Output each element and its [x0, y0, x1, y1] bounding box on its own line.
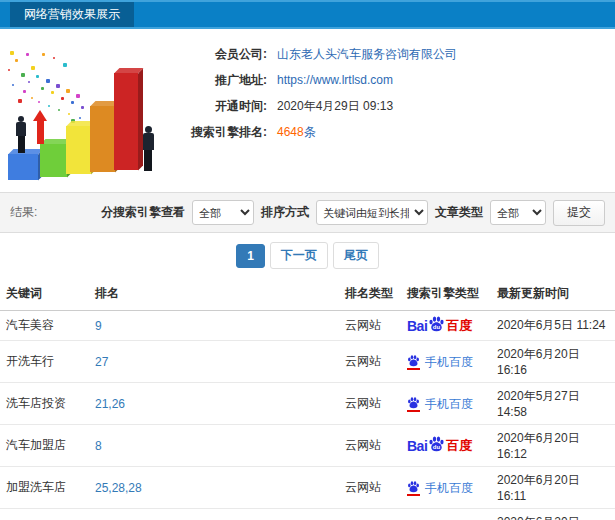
- engine-type-cell: 手机百度: [403, 341, 493, 383]
- page-button-1[interactable]: 1: [236, 244, 265, 268]
- table-row: 开洗车行27云网站手机百度2020年6月20日 16:16: [0, 341, 615, 383]
- updated-time-cell: 2020年6月20日 16:12: [493, 425, 615, 467]
- illustration-bar-orange: [90, 106, 115, 172]
- engine-type-cell: 手机百度: [403, 509, 493, 520]
- keyword-cell: 汽车美容: [0, 311, 91, 341]
- keyword-cell: 汽车加盟店: [0, 425, 91, 467]
- engine-type-cell: Baidu百度: [403, 311, 493, 341]
- keyword-cell: 加盟洗车店: [0, 467, 91, 509]
- baidu-paw-icon: [407, 480, 420, 493]
- keyword-cell: 洗车店投资: [0, 383, 91, 425]
- rank-type-cell: 云网站: [341, 467, 403, 509]
- engine-rank-label: 搜索引擎排名:: [172, 124, 267, 141]
- filter-bar: 结果: 分搜索引擎查看 全部 排序方式 关键词由短到长排序 文章类型 全部 提交: [0, 192, 615, 233]
- baidu-mobile-logo: 手机百度: [407, 354, 473, 370]
- col-header-engine: 搜索引擎类型: [403, 278, 493, 311]
- table-header-row: 关键词 排名 排名类型 搜索引擎类型 最新更新时间: [0, 278, 615, 311]
- table-row: 加盟洗车店25,28,28云网站手机百度2020年6月20日 16:11: [0, 467, 615, 509]
- engine-type-cell: Baidu百度: [403, 425, 493, 467]
- illustration-bar-yellow: [66, 126, 91, 174]
- table-body: 汽车美容9云网站Baidu百度2020年6月5日 11:24开洗车行27云网站手…: [0, 311, 615, 520]
- results-table: 关键词 排名 排名类型 搜索引擎类型 最新更新时间 汽车美容9云网站Baidu百…: [0, 278, 615, 520]
- table-row: 汽车加盟店8云网站Baidu百度2020年6月20日 16:12: [0, 425, 615, 467]
- promo-url-label: 推广地址:: [172, 72, 267, 89]
- last-page-button[interactable]: 尾页: [333, 242, 379, 269]
- keyword-cell: 开洗车行: [0, 341, 91, 383]
- rank-type-cell: 云网站: [341, 509, 403, 520]
- info-row-opened: 开通时间: 2020年4月29日 09:13: [172, 93, 615, 119]
- rank-value-link[interactable]: 9: [95, 319, 102, 333]
- col-header-ranktype: 排名类型: [341, 278, 403, 311]
- rank-value-link[interactable]: 25,28,28: [95, 481, 142, 495]
- col-header-updated: 最新更新时间: [493, 278, 615, 311]
- col-header-rank: 排名: [91, 278, 341, 311]
- engine-rank-count: 4648: [277, 125, 304, 139]
- baidu-pc-logo: Baidu百度: [407, 316, 472, 335]
- keyword-cell: 洗车赚钱吗: [0, 509, 91, 520]
- baidu-pc-logo: Baidu百度: [407, 436, 472, 455]
- baidu-paw-icon: du: [428, 315, 445, 332]
- table-row: 洗车赚钱吗30云网站手机百度2020年6月20日 16:12: [0, 509, 615, 520]
- open-time-label: 开通时间:: [172, 98, 267, 115]
- engine-rank-unit: 条: [304, 125, 316, 139]
- member-company-link[interactable]: 山东老人头汽车服务咨询有限公司: [277, 46, 457, 63]
- businessman-figure-right: [140, 126, 156, 171]
- member-company-label: 会员公司:: [172, 46, 267, 63]
- baidu-paw-icon: [407, 396, 420, 409]
- engine-filter-label: 分搜索引擎查看: [101, 204, 185, 221]
- svg-text:du: du: [433, 444, 441, 450]
- article-filter-label: 文章类型: [435, 204, 483, 221]
- next-page-button[interactable]: 下一页: [270, 242, 328, 269]
- updated-time-cell: 2020年6月5日 11:24: [493, 311, 615, 341]
- baidu-paw-icon: du: [428, 435, 445, 452]
- submit-button[interactable]: 提交: [553, 200, 605, 226]
- illustration-bar-blue: [8, 154, 38, 180]
- open-time-value: 2020年4月29日 09:13: [277, 98, 393, 115]
- rank-type-cell: 云网站: [341, 311, 403, 341]
- updated-time-cell: 2020年6月20日 16:16: [493, 341, 615, 383]
- rank-type-cell: 云网站: [341, 425, 403, 467]
- col-header-keyword: 关键词: [0, 278, 91, 311]
- rank-value-link[interactable]: 21,26: [95, 397, 125, 411]
- updated-time-cell: 2020年5月27日 14:58: [493, 383, 615, 425]
- bar-chart-illustration: [0, 29, 172, 192]
- updated-time-cell: 2020年6月20日 16:12: [493, 509, 615, 520]
- article-type-select[interactable]: 全部: [490, 200, 546, 225]
- svg-text:du: du: [433, 324, 441, 330]
- engine-type-cell: 手机百度: [403, 383, 493, 425]
- rank-type-cell: 云网站: [341, 341, 403, 383]
- engine-filter-select[interactable]: 全部: [192, 200, 254, 225]
- filter-controls: 分搜索引擎查看 全部 排序方式 关键词由短到长排序 文章类型 全部 提交: [101, 200, 605, 226]
- page-title-tab[interactable]: 网络营销效果展示: [10, 2, 134, 27]
- pagination: 1 下一页 尾页: [0, 233, 615, 278]
- info-row-member: 会员公司: 山东老人头汽车服务咨询有限公司: [172, 41, 615, 67]
- businessman-figure-left: [14, 116, 28, 153]
- page-title: 网络营销效果展示: [24, 6, 120, 23]
- updated-time-cell: 2020年6月20日 16:11: [493, 467, 615, 509]
- table-row: 洗车店投资21,26云网站手机百度2020年5月27日 14:58: [0, 383, 615, 425]
- summary-section: 会员公司: 山东老人头汽车服务咨询有限公司 推广地址: https://www.…: [0, 29, 615, 192]
- sort-filter-label: 排序方式: [261, 204, 309, 221]
- info-row-url: 推广地址: https://www.lrtlsd.com: [172, 67, 615, 93]
- growth-arrow-icon: [33, 110, 47, 144]
- company-info-panel: 会员公司: 山东老人头汽车服务咨询有限公司 推广地址: https://www.…: [172, 29, 615, 192]
- illustration-bar-green: [40, 144, 67, 177]
- illustration-bar-red: [114, 73, 138, 170]
- baidu-paw-icon: [407, 354, 420, 367]
- rank-value-link[interactable]: 8: [95, 439, 102, 453]
- table-row: 汽车美容9云网站Baidu百度2020年6月5日 11:24: [0, 311, 615, 341]
- baidu-mobile-logo: 手机百度: [407, 480, 473, 496]
- engine-type-cell: 手机百度: [403, 467, 493, 509]
- sort-filter-select[interactable]: 关键词由短到长排序: [316, 200, 428, 225]
- baidu-mobile-logo: 手机百度: [407, 396, 473, 412]
- rank-type-cell: 云网站: [341, 383, 403, 425]
- top-header-bar: 网络营销效果展示: [0, 0, 615, 29]
- info-row-rankcount: 搜索引擎排名: 4648条: [172, 119, 615, 145]
- result-label: 结果:: [10, 204, 37, 221]
- promo-url-link[interactable]: https://www.lrtlsd.com: [277, 73, 393, 87]
- rank-value-link[interactable]: 27: [95, 355, 108, 369]
